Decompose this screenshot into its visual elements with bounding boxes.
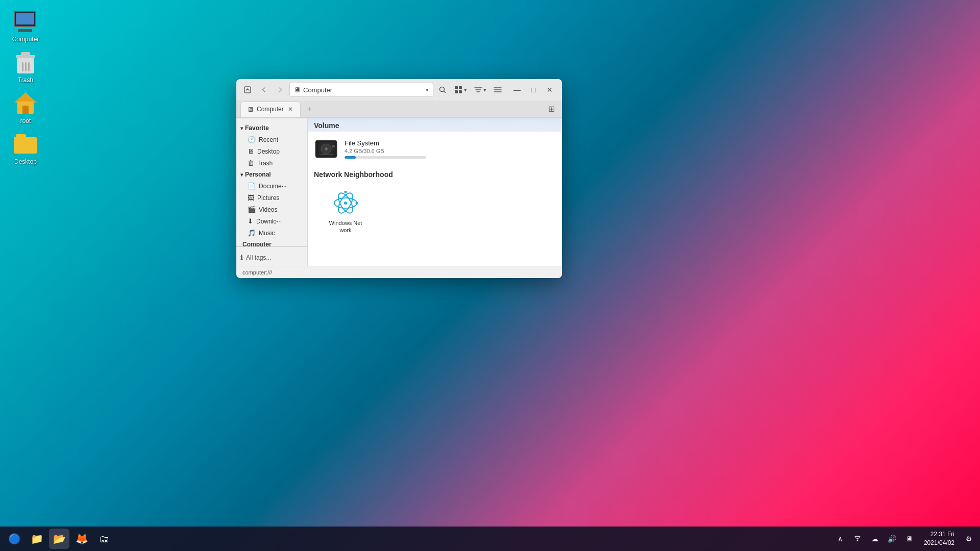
list-view-button[interactable] (491, 83, 505, 97)
windows-network-label-line1: Windows Net (329, 220, 362, 226)
svg-rect-5 (459, 90, 462, 93)
network-tray-icon (853, 535, 862, 543)
tab-add-button[interactable]: + (303, 103, 316, 116)
tray-chevron-button[interactable]: ∧ (833, 532, 847, 546)
close-button[interactable]: ✕ (542, 82, 558, 98)
window-controls: — □ ✕ (509, 82, 558, 98)
desktop-icon-computer-label: Computer (12, 36, 39, 44)
volume-section-header: Volume (308, 118, 562, 132)
tray-screen-button[interactable]: 🖥 (902, 532, 917, 546)
taskbar-filemanager-button[interactable]: 📂 (49, 529, 69, 549)
sidebar-item-trash-label: Trash (257, 160, 273, 167)
svg-point-16 (356, 202, 358, 205)
toolbar: 🖥 Computer ▾ ▾ ▾ (236, 79, 562, 101)
tags-icon: ℹ (240, 254, 243, 261)
panel-toggle[interactable]: ⊞ (545, 104, 558, 114)
nav-back-button[interactable] (257, 83, 271, 97)
sidebar-item-desktop-label: Desktop (257, 148, 280, 155)
network-items-row: Windows Net work (308, 181, 562, 242)
sidebar-footer: ℹ All tags... (236, 246, 307, 266)
sidebar-section-favorite[interactable]: ▾ Favorite (236, 122, 307, 134)
sidebar-item-documents[interactable]: 📄 Docume··· (236, 180, 307, 192)
favorite-collapse-icon: ▾ (240, 126, 243, 131)
firefox-icon: 🦊 (76, 533, 88, 545)
sort-button[interactable]: ▾ (471, 83, 489, 97)
taskbar: 🔵 📁 📂 🦊 🗂 ∧ ☁ 🔊 🖥 22:31 Fri 2021/04/02 ⚙ (0, 527, 980, 551)
windows-network-item[interactable]: Windows Net work (320, 185, 371, 238)
sidebar-item-recent-label: Recent (259, 136, 278, 143)
search-button[interactable] (435, 83, 450, 97)
tray-volume-button[interactable]: 🔊 (885, 532, 899, 546)
tab-close-button[interactable]: ✕ (287, 106, 294, 112)
tray-cloud-button[interactable]: ☁ (868, 532, 882, 546)
filesystem-item[interactable]: File System 4.2 GB/30.6 GB (308, 132, 562, 166)
sidebar-item-downloads[interactable]: ⬇ Downlo··· (236, 215, 307, 227)
minimize-button[interactable]: — (509, 82, 525, 98)
sidebar-section-computer[interactable]: Computer (236, 239, 307, 246)
status-path: computer:/// (242, 269, 272, 276)
windows-network-icon-wrap (331, 189, 360, 217)
tab-computer-label: Computer (257, 106, 284, 113)
tab-computer-icon: 🖥 (247, 106, 254, 113)
tabs-bar: 🖥 Computer ✕ + ⊞ (236, 101, 562, 118)
desktop-icon-root[interactable]: root (5, 87, 46, 130)
videos-icon: 🎬 (248, 206, 256, 213)
volume-info: File System 4.2 GB/30.6 GB (345, 139, 556, 159)
tray-network-button[interactable] (850, 532, 865, 546)
sidebar-item-music[interactable]: 🎵 Music (236, 227, 307, 239)
main-area: ▾ Favorite 🕐 Recent 🖥 Desktop 🗑 Trash (236, 118, 562, 266)
computer-sidebar-label: Computer (242, 241, 272, 246)
taskbar-filemanager2-button[interactable]: 🗂 (94, 529, 114, 549)
desktop-icon-computer[interactable]: Computer (5, 5, 46, 48)
svg-rect-4 (455, 90, 458, 93)
favorite-label: Favorite (245, 124, 269, 132)
nav-folder-up-button[interactable] (240, 83, 255, 97)
pictures-icon: 🖼 (248, 194, 254, 202)
sidebar-item-pictures[interactable]: 🖼 Pictures (236, 192, 307, 204)
filemanager2-icon: 🗂 (99, 533, 109, 545)
desktop-icon-desktop[interactable]: Desktop (5, 128, 46, 170)
sidebar-item-documents-label: Docume··· (259, 183, 287, 190)
svg-rect-10 (332, 145, 335, 147)
all-tags-button[interactable]: ℹ All tags... (236, 251, 307, 264)
sidebar-item-trash[interactable]: 🗑 Trash (236, 157, 307, 169)
sidebar-item-music-label: Music (259, 230, 275, 237)
tray-settings-button[interactable]: ⚙ (962, 532, 976, 546)
trash-icon (13, 50, 38, 74)
sidebar-item-recent[interactable]: 🕐 Recent (236, 134, 307, 145)
taskbar-start-button[interactable]: 🔵 (4, 529, 24, 549)
address-bar[interactable]: 🖥 Computer ▾ (289, 83, 433, 97)
taskbar-firefox-button[interactable]: 🦊 (71, 529, 92, 549)
volume-name: File System (345, 139, 556, 147)
documents-icon: 📄 (248, 182, 256, 190)
svg-point-15 (344, 202, 347, 205)
home-icon (13, 91, 38, 115)
desktop-icon-trash-label: Trash (18, 77, 33, 85)
tray-clock[interactable]: 22:31 Fri 2021/04/02 (920, 530, 959, 547)
start-icon: 🔵 (8, 533, 21, 545)
view-controls: ▾ ▾ (452, 83, 505, 97)
svg-point-18 (856, 540, 858, 541)
volume-usage-bar (345, 156, 426, 159)
clock-time: 22:31 Fri (924, 530, 954, 539)
sidebar-item-desktop[interactable]: 🖥 Desktop (236, 145, 307, 157)
network-section-header: Network Neighborhood (308, 166, 562, 181)
maximize-button[interactable]: □ (525, 82, 542, 98)
sidebar-scroll: ▾ Favorite 🕐 Recent 🖥 Desktop 🗑 Trash (236, 118, 307, 246)
desktop-icon-trash[interactable]: Trash (5, 46, 46, 89)
address-dropdown-icon[interactable]: ▾ (426, 87, 429, 93)
taskbar-files-button[interactable]: 📁 (27, 529, 47, 549)
svg-point-17 (345, 191, 347, 193)
network-header-label: Network Neighborhood (314, 170, 393, 179)
filemanager-icon: 📂 (53, 533, 66, 545)
hdd-icon (314, 138, 338, 160)
hdd-icon-wrap (314, 137, 338, 161)
nav-forward-button[interactable] (273, 83, 287, 97)
windows-network-icon (333, 191, 358, 215)
content-area: Volume File System 4 (308, 118, 562, 266)
icon-view-button[interactable]: ▾ (452, 83, 470, 97)
tab-computer[interactable]: 🖥 Computer ✕ (240, 102, 301, 117)
sidebar-item-videos[interactable]: 🎬 Videos (236, 204, 307, 215)
files-icon: 📁 (31, 533, 43, 545)
sidebar-section-personal[interactable]: ▾ Personal (236, 169, 307, 180)
